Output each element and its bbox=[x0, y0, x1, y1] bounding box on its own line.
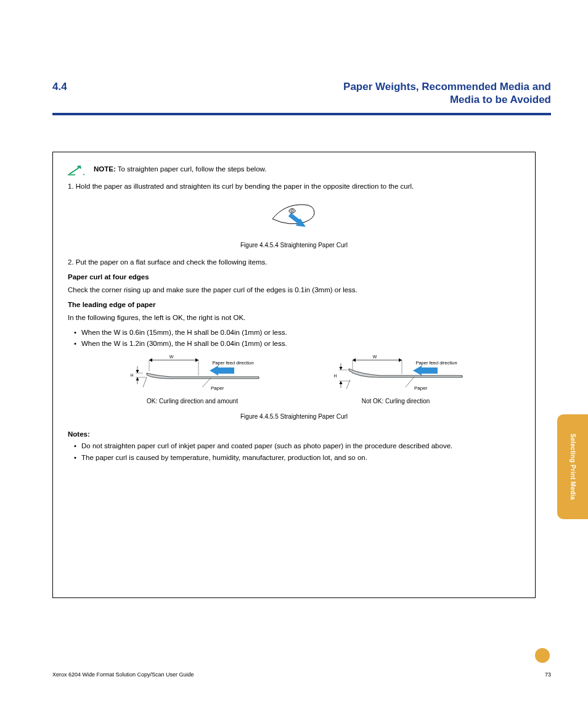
side-tab: Selecting Print Media bbox=[557, 414, 588, 519]
svg-line-27 bbox=[346, 380, 350, 389]
svg-text:H: H bbox=[333, 374, 337, 378]
svg-line-25 bbox=[406, 377, 414, 387]
header-rule bbox=[52, 113, 551, 115]
label-feed: Paper feed direction bbox=[212, 360, 253, 366]
footer: Xerox 6204 Wide Format Solution Copy/Sca… bbox=[52, 671, 551, 678]
leading-edge-heading: The leading edge of paper bbox=[68, 300, 520, 310]
label-w: W bbox=[169, 355, 174, 359]
paper-curl-heading: Paper curl at four edges bbox=[68, 273, 520, 282]
notes-item-1: Do not straighten paper curl of inkjet p… bbox=[74, 441, 520, 451]
svg-text:W: W bbox=[373, 355, 377, 359]
step-1: 1. Hold the paper as illustrated and str… bbox=[68, 182, 520, 192]
diagram-not-ok: W Paper feed direction H Paper bbox=[322, 355, 470, 406]
svg-rect-19 bbox=[422, 367, 438, 374]
svg-line-12 bbox=[202, 378, 211, 387]
label-paper: Paper bbox=[211, 385, 224, 391]
svg-rect-7 bbox=[218, 367, 234, 374]
paper-bend-illustration bbox=[266, 197, 322, 234]
figure-2-caption: Figure 4.4.5.5 Straightening Paper Curl bbox=[68, 413, 520, 421]
diagram-ok: W Paper feed direction H Paper bbox=[118, 355, 266, 406]
diagram-area: W Paper feed direction H Paper bbox=[68, 355, 520, 406]
svg-text:Paper feed direction: Paper feed direction bbox=[415, 360, 457, 366]
diagram-not-ok-caption: Not OK: Curling direction bbox=[362, 397, 430, 406]
section-title-line2: Media to be Avoided bbox=[450, 94, 551, 105]
page-header: 4.4 Paper Weights, Recommended Media and… bbox=[0, 80, 588, 115]
paper-curl-text: Check the corner rising up and make sure… bbox=[68, 285, 520, 295]
svg-line-13 bbox=[143, 377, 147, 387]
bullet-1: When the W is 0.6in (15mm), the H shall … bbox=[74, 328, 520, 338]
figure-1 bbox=[68, 197, 520, 237]
svg-text:Paper: Paper bbox=[414, 385, 428, 391]
note-icon bbox=[68, 165, 88, 179]
svg-point-1 bbox=[83, 174, 84, 175]
leading-edge-text: In the following figures, the left is OK… bbox=[68, 313, 520, 323]
section-title: Paper Weights, Recommended Media and Med… bbox=[343, 80, 551, 107]
leading-edge-bullets: When the W is 0.6in (15mm), the H shall … bbox=[74, 328, 520, 349]
side-tab-label: Selecting Print Media bbox=[570, 433, 576, 499]
footer-left: Xerox 6204 Wide Format Solution Copy/Sca… bbox=[52, 671, 194, 678]
step-2: 2. Put the paper on a flat surface and c… bbox=[68, 258, 520, 268]
figure-1-caption: Figure 4.4.5.4 Straightening Paper Curl bbox=[68, 241, 520, 250]
diagram-ok-caption: OK: Curling direction and amount bbox=[147, 397, 238, 406]
notes-label: Notes: bbox=[68, 430, 90, 438]
page-number-bubble bbox=[535, 648, 550, 663]
bullet-2: When the W is 1.2in (30mm), the H shall … bbox=[74, 339, 520, 349]
section-title-line1: Paper Weights, Recommended Media and bbox=[343, 81, 551, 92]
note-body: NOTE: To straighten paper curl, follow t… bbox=[94, 165, 266, 174]
note-text: To straighten paper curl, follow the ste… bbox=[118, 165, 267, 173]
label-h: H bbox=[130, 373, 133, 377]
notes-block: Notes: Do not straighten paper curl of i… bbox=[68, 430, 520, 463]
notes-item-2: The paper curl is caused by temperature,… bbox=[74, 453, 520, 463]
content-box: NOTE: To straighten paper curl, follow t… bbox=[52, 152, 536, 598]
section-number: 4.4 bbox=[52, 81, 67, 93]
note-label: NOTE: bbox=[94, 165, 116, 173]
note-row: NOTE: To straighten paper curl, follow t… bbox=[68, 165, 520, 179]
